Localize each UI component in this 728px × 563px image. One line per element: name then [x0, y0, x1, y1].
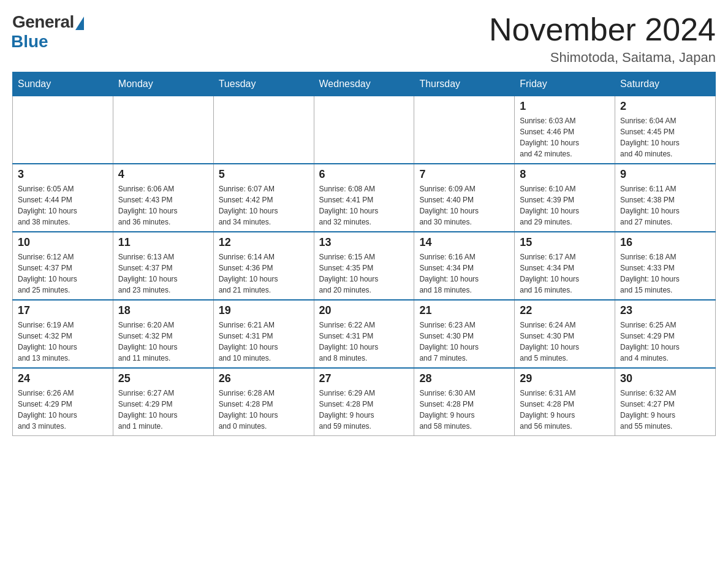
location-subtitle: Shimotoda, Saitama, Japan [489, 50, 716, 66]
calendar-cell: 29Sunrise: 6:31 AM Sunset: 4:28 PM Dayli… [515, 368, 615, 436]
calendar-table: SundayMondayTuesdayWednesdayThursdayFrid… [12, 72, 716, 436]
logo-triangle-icon [75, 17, 84, 30]
calendar-cell: 27Sunrise: 6:29 AM Sunset: 4:28 PM Dayli… [314, 368, 414, 436]
day-number: 26 [219, 372, 309, 385]
calendar-cell: 28Sunrise: 6:30 AM Sunset: 4:28 PM Dayli… [414, 368, 515, 436]
day-info: Sunrise: 6:30 AM Sunset: 4:28 PM Dayligh… [419, 388, 509, 432]
weekday-header-friday: Friday [515, 72, 615, 96]
logo-blue-text: Blue [11, 32, 48, 52]
calendar-cell: 10Sunrise: 6:12 AM Sunset: 4:37 PM Dayli… [13, 232, 113, 300]
day-number: 4 [118, 168, 208, 181]
logo: General Blue [12, 12, 84, 52]
day-number: 29 [520, 372, 610, 385]
day-number: 16 [620, 236, 710, 249]
day-info: Sunrise: 6:24 AM Sunset: 4:30 PM Dayligh… [520, 320, 610, 364]
weekday-header-sunday: Sunday [13, 72, 113, 96]
calendar-cell: 30Sunrise: 6:32 AM Sunset: 4:27 PM Dayli… [615, 368, 716, 436]
day-info: Sunrise: 6:12 AM Sunset: 4:37 PM Dayligh… [18, 251, 108, 296]
calendar-cell [213, 96, 314, 164]
day-number: 3 [18, 168, 108, 181]
day-info: Sunrise: 6:25 AM Sunset: 4:29 PM Dayligh… [620, 320, 710, 364]
calendar-cell: 20Sunrise: 6:22 AM Sunset: 4:31 PM Dayli… [314, 300, 414, 368]
calendar-cell: 14Sunrise: 6:16 AM Sunset: 4:34 PM Dayli… [414, 232, 515, 300]
day-number: 15 [520, 236, 610, 249]
calendar-cell: 16Sunrise: 6:18 AM Sunset: 4:33 PM Dayli… [615, 232, 716, 300]
weekday-header-saturday: Saturday [615, 72, 716, 96]
day-number: 30 [620, 372, 710, 385]
day-number: 9 [620, 168, 710, 181]
day-number: 12 [219, 236, 309, 249]
calendar-cell: 13Sunrise: 6:15 AM Sunset: 4:35 PM Dayli… [314, 232, 414, 300]
day-number: 17 [18, 304, 108, 317]
calendar-cell: 3Sunrise: 6:05 AM Sunset: 4:44 PM Daylig… [13, 164, 113, 232]
day-number: 1 [520, 100, 610, 113]
day-info: Sunrise: 6:18 AM Sunset: 4:33 PM Dayligh… [620, 251, 710, 296]
day-info: Sunrise: 6:17 AM Sunset: 4:34 PM Dayligh… [520, 251, 610, 296]
weekday-header-thursday: Thursday [414, 72, 515, 96]
calendar-cell [314, 96, 414, 164]
day-number: 11 [118, 236, 208, 249]
day-number: 13 [319, 236, 409, 249]
calendar-cell: 8Sunrise: 6:10 AM Sunset: 4:39 PM Daylig… [515, 164, 615, 232]
day-info: Sunrise: 6:14 AM Sunset: 4:36 PM Dayligh… [219, 251, 309, 296]
weekday-header-tuesday: Tuesday [213, 72, 314, 96]
logo-general-text: General [12, 12, 74, 32]
day-number: 7 [419, 168, 509, 181]
day-info: Sunrise: 6:16 AM Sunset: 4:34 PM Dayligh… [419, 251, 509, 296]
day-info: Sunrise: 6:20 AM Sunset: 4:32 PM Dayligh… [118, 320, 208, 364]
calendar-cell: 2Sunrise: 6:04 AM Sunset: 4:45 PM Daylig… [615, 96, 716, 164]
calendar-cell [414, 96, 515, 164]
weekday-header-wednesday: Wednesday [314, 72, 414, 96]
calendar-cell: 5Sunrise: 6:07 AM Sunset: 4:42 PM Daylig… [213, 164, 314, 232]
calendar-week-row-3: 10Sunrise: 6:12 AM Sunset: 4:37 PM Dayli… [13, 232, 716, 300]
calendar-cell: 21Sunrise: 6:23 AM Sunset: 4:30 PM Dayli… [414, 300, 515, 368]
calendar-cell [13, 96, 113, 164]
calendar-cell: 17Sunrise: 6:19 AM Sunset: 4:32 PM Dayli… [13, 300, 113, 368]
calendar-cell: 19Sunrise: 6:21 AM Sunset: 4:31 PM Dayli… [213, 300, 314, 368]
calendar-week-row-4: 17Sunrise: 6:19 AM Sunset: 4:32 PM Dayli… [13, 300, 716, 368]
day-number: 23 [620, 304, 710, 317]
day-info: Sunrise: 6:04 AM Sunset: 4:45 PM Dayligh… [620, 115, 710, 159]
calendar-cell [113, 96, 213, 164]
calendar-cell: 18Sunrise: 6:20 AM Sunset: 4:32 PM Dayli… [113, 300, 213, 368]
day-info: Sunrise: 6:21 AM Sunset: 4:31 PM Dayligh… [219, 320, 309, 364]
calendar-cell: 26Sunrise: 6:28 AM Sunset: 4:28 PM Dayli… [213, 368, 314, 436]
calendar-cell: 4Sunrise: 6:06 AM Sunset: 4:43 PM Daylig… [113, 164, 213, 232]
day-number: 5 [219, 168, 309, 181]
day-number: 20 [319, 304, 409, 317]
title-section: November 2024 Shimotoda, Saitama, Japan [489, 12, 716, 66]
calendar-week-row-5: 24Sunrise: 6:26 AM Sunset: 4:29 PM Dayli… [13, 368, 716, 436]
day-number: 22 [520, 304, 610, 317]
calendar-cell: 22Sunrise: 6:24 AM Sunset: 4:30 PM Dayli… [515, 300, 615, 368]
day-number: 2 [620, 100, 710, 113]
day-info: Sunrise: 6:27 AM Sunset: 4:29 PM Dayligh… [118, 388, 208, 432]
day-number: 18 [118, 304, 208, 317]
calendar-cell: 15Sunrise: 6:17 AM Sunset: 4:34 PM Dayli… [515, 232, 615, 300]
day-info: Sunrise: 6:28 AM Sunset: 4:28 PM Dayligh… [219, 388, 309, 432]
day-info: Sunrise: 6:10 AM Sunset: 4:39 PM Dayligh… [520, 183, 610, 228]
calendar-cell: 7Sunrise: 6:09 AM Sunset: 4:40 PM Daylig… [414, 164, 515, 232]
day-number: 6 [319, 168, 409, 181]
calendar-week-row-1: 1Sunrise: 6:03 AM Sunset: 4:46 PM Daylig… [13, 96, 716, 164]
calendar-week-row-2: 3Sunrise: 6:05 AM Sunset: 4:44 PM Daylig… [13, 164, 716, 232]
calendar-cell: 23Sunrise: 6:25 AM Sunset: 4:29 PM Dayli… [615, 300, 716, 368]
day-info: Sunrise: 6:08 AM Sunset: 4:41 PM Dayligh… [319, 183, 409, 228]
day-info: Sunrise: 6:03 AM Sunset: 4:46 PM Dayligh… [520, 115, 610, 159]
calendar-cell: 9Sunrise: 6:11 AM Sunset: 4:38 PM Daylig… [615, 164, 716, 232]
day-info: Sunrise: 6:19 AM Sunset: 4:32 PM Dayligh… [18, 320, 108, 364]
day-number: 27 [319, 372, 409, 385]
day-info: Sunrise: 6:15 AM Sunset: 4:35 PM Dayligh… [319, 251, 409, 296]
page-header: General Blue November 2024 Shimotoda, Sa… [12, 12, 716, 66]
day-info: Sunrise: 6:11 AM Sunset: 4:38 PM Dayligh… [620, 183, 710, 228]
calendar-cell: 11Sunrise: 6:13 AM Sunset: 4:37 PM Dayli… [113, 232, 213, 300]
day-number: 25 [118, 372, 208, 385]
weekday-header-row: SundayMondayTuesdayWednesdayThursdayFrid… [13, 72, 716, 96]
day-info: Sunrise: 6:29 AM Sunset: 4:28 PM Dayligh… [319, 388, 409, 432]
day-info: Sunrise: 6:05 AM Sunset: 4:44 PM Dayligh… [18, 183, 108, 228]
day-info: Sunrise: 6:23 AM Sunset: 4:30 PM Dayligh… [419, 320, 509, 364]
day-number: 28 [419, 372, 509, 385]
day-info: Sunrise: 6:06 AM Sunset: 4:43 PM Dayligh… [118, 183, 208, 228]
day-info: Sunrise: 6:31 AM Sunset: 4:28 PM Dayligh… [520, 388, 610, 432]
calendar-cell: 25Sunrise: 6:27 AM Sunset: 4:29 PM Dayli… [113, 368, 213, 436]
day-number: 19 [219, 304, 309, 317]
